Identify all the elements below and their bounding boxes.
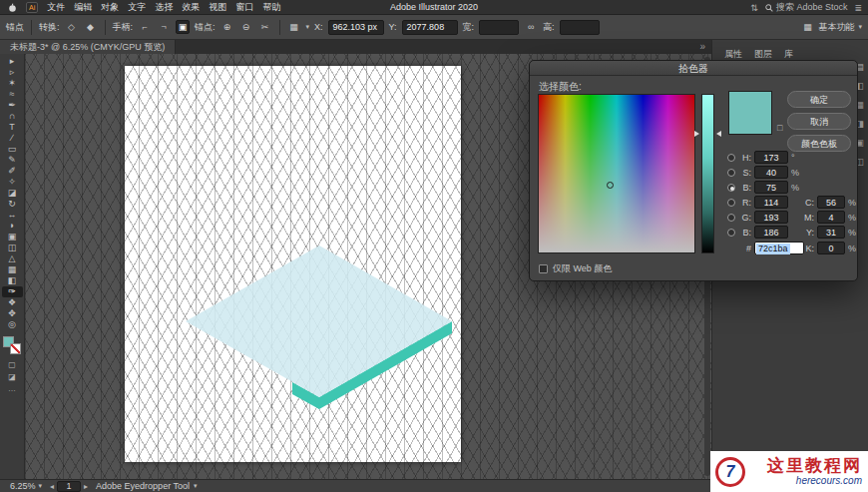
prev-artboard-icon[interactable]: ◂	[50, 482, 54, 491]
web-colors-only-checkbox[interactable]: 仅限 Web 颜色	[539, 262, 612, 275]
b2-input[interactable]: 186	[754, 226, 788, 239]
rotate-tool[interactable]: ↻	[2, 199, 23, 210]
color-swatches-button[interactable]: 颜色色板	[787, 135, 851, 152]
mesh-tool[interactable]: ▦	[2, 264, 23, 275]
curvature-tool[interactable]: ∩	[2, 111, 23, 122]
stroke-color-swatch[interactable]	[10, 343, 21, 354]
gradient-tool[interactable]: ◧	[2, 275, 23, 286]
free-transform-tool[interactable]: ▣	[2, 232, 23, 243]
selection-tool[interactable]: ▸	[2, 56, 23, 67]
zoom-level-select[interactable]: 6.25% ▾	[10, 481, 42, 491]
link-dimensions-icon[interactable]: ∞	[524, 20, 538, 34]
iso-top-face[interactable]	[186, 246, 452, 397]
shaper-tool[interactable]: ✧	[2, 177, 23, 188]
pencil-tool[interactable]: ✐	[2, 166, 23, 177]
convert-corner-icon[interactable]: ◇	[65, 20, 79, 34]
add-anchor-icon[interactable]: ⊕	[220, 20, 234, 34]
color-field-marker[interactable]	[607, 182, 614, 189]
direct-selection-tool[interactable]: ▹	[2, 67, 23, 78]
anchor-label: 锚点	[6, 21, 24, 34]
hand-tool[interactable]: ✥	[2, 308, 23, 319]
workspace-switcher[interactable]: ▦ 基本功能 ▾	[800, 20, 862, 34]
draw-normal-icon[interactable]: ▢	[8, 360, 16, 369]
radio-b[interactable]	[727, 184, 735, 192]
r-input[interactable]: 114	[754, 196, 788, 209]
toolbar-more-icon[interactable]: …	[8, 384, 16, 393]
menu-item-type[interactable]: 文字	[128, 1, 146, 14]
menu-item-select[interactable]: 选择	[155, 1, 173, 14]
checkbox-icon	[539, 264, 548, 273]
cancel-button[interactable]: 取消	[787, 113, 851, 130]
h-input[interactable]: 173	[754, 151, 788, 164]
slider-marker-right-icon[interactable]	[716, 131, 721, 137]
k-input[interactable]: 0	[817, 242, 845, 254]
x-input[interactable]: 962.103 px	[328, 20, 384, 35]
menubar-right-cluster: ⇅ 搜索 Adobe Stock ≣	[750, 0, 862, 15]
c-input[interactable]: 56	[817, 196, 845, 209]
slider-marker-left-icon[interactable]	[694, 131, 699, 137]
hex-input[interactable]: 72c1ba	[754, 242, 804, 254]
ok-button[interactable]: 确定	[787, 91, 851, 108]
handles-option-icon[interactable]: ▣	[176, 20, 190, 34]
rectangle-tool[interactable]: ▭	[2, 144, 23, 155]
illustrator-app-icon[interactable]: Ai	[26, 2, 38, 13]
chevron-down-icon[interactable]: ▾	[306, 23, 310, 31]
menu-item-edit[interactable]: 编辑	[74, 1, 92, 14]
y-input[interactable]: 31	[817, 226, 845, 239]
width-input[interactable]	[479, 20, 519, 35]
color-field[interactable]	[538, 94, 695, 253]
hide-handles-icon[interactable]: ¬	[157, 20, 171, 34]
apple-icon[interactable]	[8, 3, 17, 12]
menu-item-effect[interactable]: 效果	[182, 1, 200, 14]
share-icon[interactable]: ⇅	[750, 3, 758, 13]
paintbrush-tool[interactable]: ✎	[2, 155, 23, 166]
radio-g[interactable]	[727, 214, 735, 222]
g-input[interactable]: 193	[754, 211, 788, 224]
cut-path-icon[interactable]: ✂	[258, 20, 272, 34]
radio-h[interactable]	[727, 154, 735, 162]
next-artboard-icon[interactable]: ▸	[84, 482, 88, 491]
perspective-grid-tool[interactable]: △	[2, 253, 23, 264]
scale-tool[interactable]: ↔	[2, 210, 23, 221]
radio-s[interactable]	[727, 169, 735, 177]
height-input[interactable]	[560, 20, 600, 35]
blend-tool[interactable]: ❖	[2, 297, 23, 308]
type-tool[interactable]: T	[2, 122, 23, 133]
menu-item-window[interactable]: 窗口	[235, 1, 253, 14]
convert-smooth-icon[interactable]: ◆	[84, 20, 98, 34]
zoom-level: 6.25%	[10, 481, 36, 491]
s-input[interactable]: 40	[754, 166, 788, 179]
menu-list-icon[interactable]: ≣	[854, 3, 862, 13]
align-grid-icon[interactable]: ▦	[287, 20, 301, 34]
dialog-title[interactable]: 拾色器	[530, 61, 857, 76]
zoom-tool[interactable]: ◎	[2, 319, 23, 330]
lasso-tool[interactable]: ≈	[2, 89, 23, 100]
menu-item-object[interactable]: 对象	[101, 1, 119, 14]
magic-wand-tool[interactable]: ✶	[2, 78, 23, 89]
menu-item-help[interactable]: 帮助	[262, 1, 280, 14]
brightness-slider[interactable]	[701, 94, 714, 253]
show-handles-icon[interactable]: ⌐	[138, 20, 152, 34]
draw-behind-icon[interactable]: ◪	[8, 372, 16, 381]
radio-b2[interactable]	[727, 229, 735, 237]
shape-builder-tool[interactable]: ◫	[2, 243, 23, 253]
menu-item-file[interactable]: 文件	[47, 1, 65, 14]
m-input[interactable]: 4	[817, 211, 845, 224]
tab-overflow-icon[interactable]: »	[693, 40, 711, 54]
document-tab[interactable]: 未标题-3* @ 6.25% (CMYK/GPU 预览)	[0, 40, 176, 54]
y-input[interactable]: 2077.808	[402, 20, 458, 35]
stock-search[interactable]: 搜索 Adobe Stock	[765, 1, 848, 14]
status-tool-indicator[interactable]: Adobe Eyedropper Tool ▾	[96, 481, 197, 491]
cmyk-y-row: Y: 31 %	[801, 226, 856, 239]
b-input[interactable]: 75	[754, 181, 788, 194]
pen-tool[interactable]: ✒	[2, 100, 23, 111]
eyedropper-tool[interactable]: ✑	[2, 286, 23, 297]
artboard-number-field[interactable]: 1	[57, 481, 81, 492]
eraser-tool[interactable]: ◪	[2, 188, 23, 199]
web-safe-cube-icon[interactable]: □	[777, 123, 782, 133]
menu-item-view[interactable]: 视图	[209, 1, 226, 14]
line-segment-tool[interactable]: ∕	[2, 133, 23, 144]
radio-r[interactable]	[727, 199, 735, 207]
width-tool[interactable]: ◗	[2, 221, 23, 232]
remove-anchor-icon[interactable]: ⊖	[239, 20, 253, 34]
